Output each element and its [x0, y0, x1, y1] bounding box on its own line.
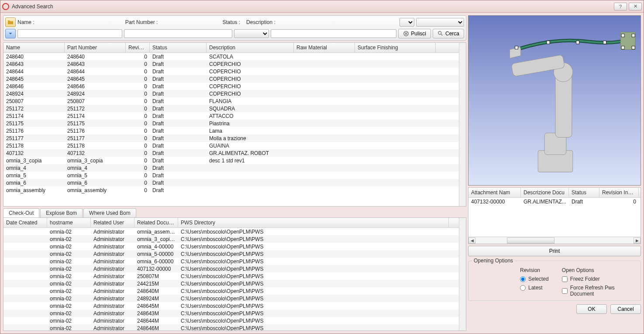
- table-row[interactable]: 2486402486400DraftSCATOLA: [3, 53, 459, 60]
- scrollbar-horizontal[interactable]: ◀▶: [468, 237, 641, 244]
- table-row[interactable]: 2511742511740DraftATTACCO: [3, 112, 459, 120]
- tab-check-out[interactable]: Check-Out: [3, 208, 39, 217]
- table-row[interactable]: omnia-02Administrator250807MC:\Users\mbo…: [3, 272, 459, 280]
- column-header[interactable]: PWS Directory: [178, 218, 449, 227]
- svg-rect-15: [621, 46, 624, 49]
- column-header[interactable]: Revision: [126, 43, 150, 52]
- label-name: Name :: [17, 19, 34, 25]
- svg-rect-12: [603, 41, 606, 44]
- table-row[interactable]: 407132-00000GR.ALIMENTAZ...Draft0: [468, 198, 641, 205]
- column-header[interactable]: Description: [207, 43, 294, 52]
- table-row[interactable]: 2486452486450DraftCOPERCHIO: [3, 75, 459, 83]
- table-row[interactable]: omnia_6omnia_60Draft: [3, 179, 459, 186]
- tab-where-used-bom[interactable]: Where Used Bom: [83, 208, 136, 217]
- table-row[interactable]: omnia-02Administratoromnia_assembl...C:\…: [3, 228, 459, 235]
- column-header[interactable]: hostname: [47, 218, 91, 227]
- table-row[interactable]: 2511722511720DraftSQUADRA: [3, 105, 459, 112]
- table-row[interactable]: omnia-02Administrator248645MC:\Users\mbo…: [3, 302, 459, 310]
- help-button[interactable]: ?: [614, 3, 627, 10]
- close-button[interactable]: ✕: [629, 3, 642, 10]
- expand-icon[interactable]: [5, 29, 16, 38]
- scrollbar[interactable]: [459, 218, 466, 331]
- table-row[interactable]: omnia-02Administrator248643MC:\Users\mbo…: [3, 310, 459, 317]
- column-header[interactable]: Related User: [91, 218, 134, 227]
- table-row[interactable]: 2511772511770DraftMolla a trazione: [3, 134, 459, 142]
- opening-options-group: Opening Options Revision Selected Latest…: [468, 261, 641, 301]
- checkout-grid: Date CreatedhostnameRelated UserRelated …: [3, 217, 466, 331]
- column-header[interactable]: Revision Index: [599, 188, 639, 197]
- radio-selected[interactable]: Selected: [520, 276, 549, 282]
- svg-rect-10: [547, 41, 550, 44]
- search-button[interactable]: Cerca: [433, 29, 464, 38]
- table-row[interactable]: omnia-02Administratoromnia_3_copia-...C:…: [3, 235, 459, 243]
- save-dropdown[interactable]: [399, 18, 414, 27]
- svg-point-1: [438, 31, 441, 34]
- advanced-search-window: Advanced Search ? ✕ Name : Part Number :…: [0, 0, 644, 334]
- column-header[interactable]: Date Created: [3, 218, 47, 227]
- table-row[interactable]: omnia_5omnia_50Draft: [3, 172, 459, 179]
- preview-3d[interactable]: [468, 15, 641, 186]
- results-grid: NamePart NumberRevisionStatusDescription…: [3, 42, 466, 207]
- column-header[interactable]: Related Documen: [134, 218, 178, 227]
- table-row[interactable]: 2511752511750DraftPiastrina: [3, 120, 459, 127]
- print-button[interactable]: Print: [468, 246, 641, 256]
- label-desc: Description :: [246, 19, 276, 25]
- app-icon: [2, 3, 9, 10]
- open-options-label: Open Options: [562, 267, 637, 273]
- svg-rect-11: [576, 41, 579, 44]
- table-row[interactable]: omnia-02Administratoromnia_6-00000C:\Use…: [3, 258, 459, 265]
- svg-rect-16: [632, 46, 635, 49]
- table-row[interactable]: 2486442486440DraftCOPERCHIO: [3, 68, 459, 75]
- table-row[interactable]: omnia_3_copiaomnia_3_copia0Draftdesc 1 s…: [3, 157, 459, 164]
- svg-rect-13: [621, 34, 624, 37]
- table-row[interactable]: omnia-02Administratoromnia_5-00000C:\Use…: [3, 250, 459, 258]
- column-header[interactable]: Attachment Nam: [468, 188, 521, 197]
- column-header[interactable]: Part Number: [65, 43, 126, 52]
- table-row[interactable]: omnia-02Administrator248924MC:\Users\mbo…: [3, 295, 459, 302]
- search-toolbar: Name : Part Number : Status : Descriptio…: [3, 15, 466, 41]
- ok-button[interactable]: OK: [576, 304, 607, 314]
- table-row[interactable]: omnia-02Administrator248644MC:\Users\mbo…: [3, 317, 459, 324]
- window-title: Advanced Search: [12, 3, 614, 10]
- column-header[interactable]: Status: [150, 43, 207, 52]
- svg-rect-4: [555, 72, 572, 137]
- table-row[interactable]: 2511782511780DraftGUAINA: [3, 142, 459, 149]
- table-row[interactable]: omnia-02Administratoromnia_4-00000C:\Use…: [3, 243, 459, 250]
- table-row[interactable]: omnia-02Administrator248646MC:\Users\mbo…: [3, 324, 459, 331]
- table-row[interactable]: omnia-02Administrator407132-00000C:\User…: [3, 265, 459, 272]
- radio-latest[interactable]: Latest: [520, 285, 549, 291]
- column-header[interactable]: Name: [3, 43, 65, 52]
- part-input[interactable]: [124, 29, 232, 38]
- table-row[interactable]: omnia_4omnia_40Draft: [3, 164, 459, 172]
- filter-dropdown[interactable]: [416, 18, 464, 27]
- label-part: Part Number :: [125, 19, 158, 25]
- tab-explose-bom[interactable]: Explose Bom: [40, 208, 83, 217]
- table-row[interactable]: omnia_assemblyomnia_assembly0Draft: [3, 186, 459, 194]
- table-row[interactable]: 2511762511760DraftLama: [3, 127, 459, 134]
- table-row[interactable]: omnia-02Administrator248640MC:\Users\mbo…: [3, 287, 459, 295]
- table-row[interactable]: omnia-02Administrator244215MC:\Users\mbo…: [3, 280, 459, 287]
- name-input[interactable]: [17, 29, 122, 38]
- folder-icon[interactable]: [5, 17, 16, 27]
- table-row[interactable]: 4071324071320DraftGR.ALIMENTAZ. ROBOT: [3, 149, 459, 157]
- table-row[interactable]: 2508072508070DraftFLANGIA: [3, 97, 459, 105]
- check-force-refresh[interactable]: Force Refresh Pws Document: [562, 285, 637, 297]
- table-row[interactable]: 2486432486430DraftCOPERCHIO: [3, 60, 459, 68]
- cancel-button[interactable]: Cancel: [610, 304, 641, 314]
- column-header[interactable]: Raw Material: [294, 43, 355, 52]
- check-freez[interactable]: Freez Folder: [562, 276, 637, 282]
- clear-button[interactable]: Pulisci: [398, 29, 431, 38]
- svg-rect-9: [515, 46, 518, 49]
- attachment-grid: Attachment NamDescrizione DocuStatusRevi…: [468, 187, 641, 244]
- column-header[interactable]: Surface Finishing: [355, 43, 436, 52]
- table-row[interactable]: 2486462486460DraftCOPERCHIO: [3, 83, 459, 90]
- column-header[interactable]: Descrizione Docu: [521, 188, 569, 197]
- table-row[interactable]: 2489242489240DraftCOPERCHIO: [3, 90, 459, 97]
- status-select[interactable]: [234, 29, 269, 38]
- desc-input[interactable]: [271, 29, 396, 38]
- column-header[interactable]: Status: [569, 188, 599, 197]
- scrollbar[interactable]: [459, 43, 466, 206]
- label-status: Status :: [222, 19, 240, 25]
- svg-rect-14: [632, 34, 635, 37]
- revision-label: Revision: [520, 267, 549, 273]
